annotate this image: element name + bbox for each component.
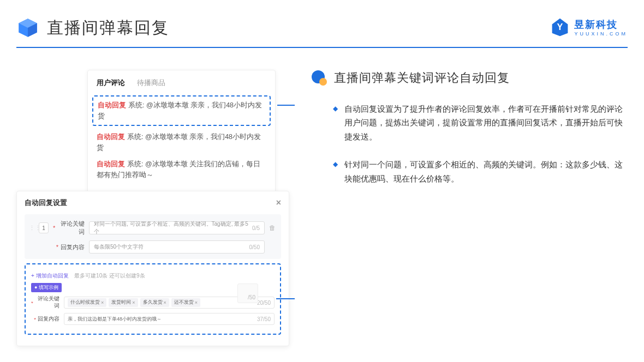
order-number: 1 [39,222,49,233]
brand-sub: YUUXIN.COM [574,31,628,37]
page-header: 直播间弹幕回复 Y 昱新科技 YUUXIN.COM [0,0,644,47]
tag-remove-icon[interactable]: × [164,300,166,305]
ex-content-input[interactable]: 亲，我们这边都是下单48小时内发货的哦～ 37/50 [64,313,275,325]
section-title: 直播间弹幕关键词评论自动回复 [334,70,510,86]
add-auto-reply-link[interactable]: + 增加自动回复 [31,273,69,279]
tag-chip: 还不发货× [171,298,200,307]
content-input[interactable]: 每条限50个中文字符 0/50 [89,240,265,254]
diamond-icon: ◆ [333,102,338,144]
stray-count: /50 [237,283,258,303]
settings-title: 自动回复设置 × [25,198,281,208]
bullet-item: ◆ 自动回复设置为了提升作者的评论回复效率，作者可在开播前针对常见的评论用户问题… [311,102,628,144]
ex-keyword-label: 评论关键词 [35,295,59,310]
keyword-input[interactable]: 对同一个问题, 可设置多个相近、高频的关键词。Tag确定, 最多5个 0/5 [89,221,265,234]
svg-point-5 [319,78,327,86]
tag-remove-icon[interactable]: × [195,300,198,305]
bullet-item: ◆ 针对同一个问题，可设置多个相近的、高频的关键词。例如：这款多少钱、这块能优惠… [311,158,628,186]
keyword-label: 评论关键词 [57,220,85,236]
cube-icon [16,16,39,39]
auto-reply-tag: 自动回复 [98,101,126,109]
tab-pending-goods[interactable]: 待播商品 [137,78,165,88]
tag-chip: 多久发货× [140,298,169,307]
page-title: 直播间弹幕回复 [47,17,169,39]
diamond-icon: ◆ [333,158,338,186]
tag-chip: 发货时间× [109,298,138,307]
example-badge: ● 填写示例 [31,283,62,292]
content-label: 回复内容 [61,243,85,251]
form-block: ⋮⋮ 1 *评论关键词 对同一个问题, 可设置多个相近、高频的关键词。Tag确定… [25,214,281,259]
brand-logo: Y 昱新科技 YUUXIN.COM [550,17,628,37]
svg-text:Y: Y [557,22,563,32]
comment-row: 自动回复系统: @冰墩墩本墩 关注我们的店铺，每日都有热门推荐呦～ [97,159,266,180]
brand-name: 昱新科技 [574,18,628,31]
tab-user-comments[interactable]: 用户评论 [97,78,125,88]
close-icon[interactable]: × [276,198,281,208]
tag-chip: 什么时候发货× [68,298,106,307]
tag-remove-icon[interactable]: × [132,300,135,305]
drag-handle-icon[interactable]: ⋮⋮ [29,225,34,232]
auto-reply-tag: 自动回复 [97,133,125,141]
comment-row: 自动回复系统: @冰墩墩本墩 亲亲，我们48小时内发货 [97,131,266,153]
tag-remove-icon[interactable]: × [101,300,104,305]
hint-text: 最多可建10条 还可以创建9条 [74,273,145,279]
comment-tabs: 用户评论 待播商品 [97,78,266,88]
settings-panel: 自动回复设置 × ⋮⋮ 1 *评论关键词 对同一个问题, 可设置多个相近、高频的… [16,191,289,346]
auto-reply-tag: 自动回复 [97,160,125,168]
description-section: 直播间弹幕关键词评论自动回复 ◆ 自动回复设置为了提升作者的评论回复效率，作者可… [311,70,628,346]
comment-row: 自动回复系统: @冰墩墩本墩 亲亲，我们48小时内发货 [92,95,271,126]
comments-panel: 用户评论 待播商品 自动回复系统: @冰墩墩本墩 亲亲，我们48小时内发货 自动… [87,70,276,195]
section-icon [311,70,327,86]
ex-content-label: 回复内容 [38,316,59,323]
delete-icon[interactable]: 🗑 [269,224,277,232]
brand-icon: Y [550,17,570,37]
